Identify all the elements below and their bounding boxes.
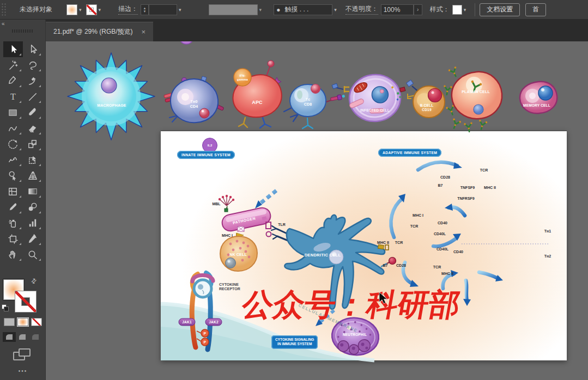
molecule-label-mhc2-arm: MHC II (377, 241, 389, 244)
zoom-tool[interactable] (23, 247, 43, 262)
selection-tool[interactable] (3, 41, 23, 57)
selection-status: 未选择对象 (20, 5, 52, 14)
tools-panel: « T ⇄ ••• (0, 20, 46, 380)
molecule-label-cd28-top: CD28 (440, 175, 450, 179)
cytokine-receptor-label: CYTOKINERECEPTOR (219, 283, 240, 292)
opacity-label[interactable]: 不透明度： (345, 4, 378, 15)
molecule-label-cd40l-b: CD40L (437, 247, 448, 251)
magic-wand-tool[interactable] (3, 57, 23, 73)
draw-behind-button[interactable] (16, 332, 29, 342)
apc-cell[interactable] (233, 60, 281, 128)
scale-tool[interactable] (23, 136, 43, 152)
molecule-label-mhc2-bot: MHC II (441, 272, 453, 275)
symbol-sprayer-tool[interactable] (3, 215, 23, 231)
column-graph-tool[interactable] (23, 215, 43, 231)
molecule-label-tcr-arm: TCR (395, 241, 403, 244)
chevron-down-icon[interactable]: ▾ (99, 7, 101, 13)
chevron-down-icon[interactable]: ▾ (334, 7, 337, 13)
curvature-tool[interactable] (23, 73, 43, 89)
antibody-icons (442, 66, 488, 132)
preferences-button[interactable]: 首 (525, 3, 546, 16)
document-tab[interactable]: 21.pdf* @ 29% (RGB/预览) × (46, 22, 153, 41)
th0-label-2: CD4 (190, 105, 198, 108)
stroke-weight-stepper[interactable]: ▲▼ (141, 4, 149, 15)
style-swatch[interactable] (452, 5, 462, 15)
clipped-cell (179, 41, 193, 44)
close-icon[interactable]: × (142, 28, 146, 36)
opacity-value[interactable]: 100% (381, 4, 414, 15)
width-tool[interactable] (3, 152, 23, 168)
rotate-tool[interactable] (3, 136, 23, 152)
chevron-down-icon[interactable]: ▾ (79, 7, 82, 13)
free-transform-tool[interactable] (23, 152, 43, 168)
document-canvas[interactable]: MACROPHAGE Tʜ0 CD4 IFN- gamma APC Tᴄ CD8… (46, 41, 588, 380)
mesh-tool[interactable] (3, 183, 23, 199)
artboard-overlay: IL2 INNATE IMMUNE SYSTEM ADAPTIVE IMMUNE… (161, 131, 567, 360)
pen-tool[interactable] (3, 73, 23, 89)
edit-toolbar-ellipsis[interactable]: ••• (0, 368, 46, 374)
stroke-weight-value[interactable] (149, 4, 177, 15)
swap-fill-stroke-icon[interactable]: ⇄ (29, 276, 39, 285)
rectangle-tool[interactable] (3, 105, 23, 120)
shape-builder-tool[interactable] (3, 168, 23, 183)
panel-drag-grip[interactable] (12, 29, 34, 33)
memory-cell[interactable] (520, 82, 557, 113)
eraser-tool[interactable] (23, 120, 43, 136)
screen-mode-icon[interactable] (13, 348, 32, 361)
infected-cell[interactable] (332, 72, 404, 124)
chevron-down-icon: ▾ (259, 7, 262, 13)
lasso-tool[interactable] (23, 57, 43, 73)
profile-bullet-icon: ● (276, 6, 280, 14)
molecule-label-b7-top: B7 (438, 183, 443, 187)
direct-selection-tool[interactable] (23, 41, 43, 57)
eyedropper-tool[interactable] (3, 199, 23, 215)
macrophage-cell[interactable] (68, 53, 155, 140)
line-segment-tool[interactable] (23, 89, 43, 105)
mouse-cursor (379, 292, 387, 304)
artboard-tool[interactable] (3, 231, 23, 247)
draw-normal-button[interactable] (3, 332, 16, 342)
molecule-label-tlr-left: TLR (278, 223, 286, 226)
molecule-label-th2: Tʜ2 (544, 254, 551, 258)
hand-tool[interactable] (3, 247, 23, 262)
brush-definition-dropdown[interactable] (209, 4, 258, 15)
type-tool[interactable]: T (3, 89, 23, 105)
slice-tool[interactable] (23, 231, 43, 247)
b-cell[interactable] (399, 80, 445, 118)
tc-label-1: Tᴄ (306, 97, 311, 101)
shaper-tool[interactable] (3, 120, 23, 136)
blend-tool[interactable] (23, 199, 43, 215)
opacity-expand-arrow[interactable]: › (414, 4, 422, 15)
stroke-color-swatch[interactable] (15, 291, 37, 312)
signaling-banner: CYTOKINE SIGNALINGIN IMMUNE SYSTEM (271, 335, 318, 349)
chevron-down-icon[interactable]: ▾ (179, 7, 181, 13)
jak2-label: JAK2 (209, 320, 218, 324)
fill-swatch[interactable] (66, 4, 77, 15)
paint-modes (4, 318, 42, 326)
plasma-cell[interactable] (442, 66, 502, 132)
plasma-label: PLASMA CELL (462, 90, 490, 94)
document-setup-button[interactable]: 文档设置 (480, 3, 520, 16)
molecule-label-mhc2-top: MHC II (484, 186, 496, 189)
collapse-panel-icon[interactable]: « (2, 21, 5, 27)
variable-width-profile[interactable]: ● 触摸 . . . (274, 4, 332, 15)
molecule-label-tnfsf9: TNFSF9 (460, 186, 475, 189)
tc-cd8-cell[interactable] (284, 84, 345, 129)
molecule-label-mhc1-mid: MHC I (413, 213, 423, 217)
molecule-label-cd40l-a: CD40L (434, 232, 446, 236)
perspective-grid-tool[interactable] (23, 168, 43, 183)
dendritic-label: DENDRITIC CELL (305, 253, 341, 258)
default-fill-stroke-icon[interactable] (2, 304, 9, 312)
drawing-modes (3, 332, 42, 342)
paintbrush-tool[interactable] (23, 105, 43, 120)
gradient-tool[interactable] (23, 183, 43, 199)
molecule-label-tcr-bot: TCR (433, 265, 441, 269)
stroke-weight-label[interactable]: 描边： (118, 4, 138, 15)
color-mode-button[interactable] (4, 318, 15, 326)
ifn-label-2: gamma (237, 78, 248, 81)
panel-grip[interactable] (1, 3, 7, 17)
gradient-mode-button[interactable] (17, 318, 28, 326)
chevron-down-icon[interactable]: ▾ (464, 7, 466, 13)
none-mode-button[interactable] (31, 318, 42, 326)
stroke-swatch[interactable] (86, 4, 97, 15)
